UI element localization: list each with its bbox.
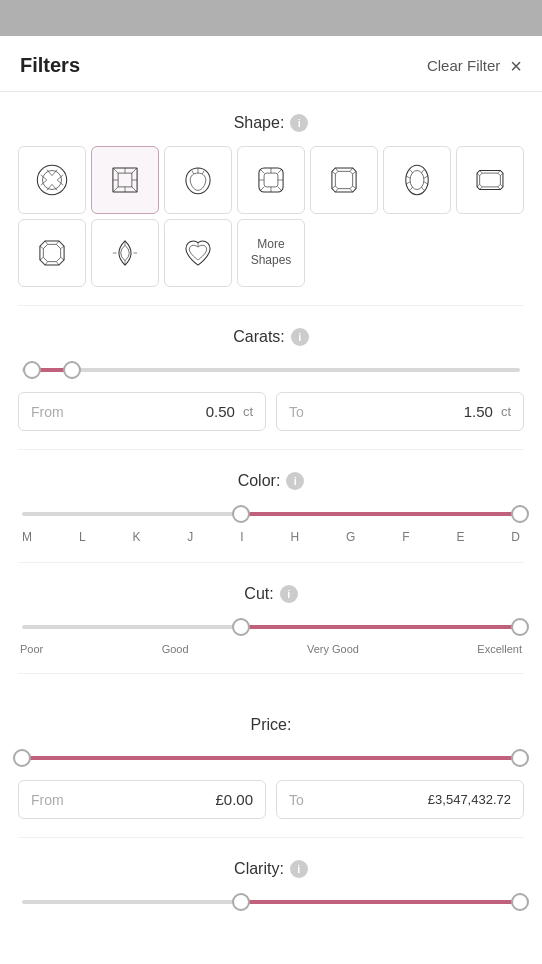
carats-track-bg xyxy=(22,368,520,372)
svg-point-44 xyxy=(410,171,424,190)
cut-thumb-right[interactable] xyxy=(511,618,529,636)
shape-emerald[interactable] xyxy=(456,146,524,214)
cut-label-verygood: Very Good xyxy=(307,643,359,655)
carats-to-label: To xyxy=(289,404,321,420)
carats-to-unit: ct xyxy=(501,404,511,419)
color-slider-track[interactable] xyxy=(22,504,520,524)
shape-empty-3 xyxy=(456,219,524,287)
modal-header: Filters Clear Filter × xyxy=(0,36,542,92)
color-label-k: K xyxy=(132,530,140,544)
svg-point-43 xyxy=(406,165,428,194)
price-to-input[interactable]: To £3,547,432.72 xyxy=(276,780,524,819)
color-label-text: Color: xyxy=(238,472,281,490)
svg-line-26 xyxy=(278,170,281,173)
price-input-row: From £0.00 To £3,547,432.72 xyxy=(18,780,524,819)
color-label-m: M xyxy=(22,530,32,544)
clarity-track-bg xyxy=(22,900,520,904)
svg-line-28 xyxy=(278,187,281,190)
divider-2 xyxy=(18,449,524,450)
clarity-section-label: Clarity: i xyxy=(18,860,524,878)
svg-line-49 xyxy=(410,170,413,173)
color-label-i: I xyxy=(240,530,243,544)
shape-pear[interactable] xyxy=(164,146,232,214)
more-shapes-button[interactable]: MoreShapes xyxy=(237,219,305,287)
svg-line-36 xyxy=(350,168,353,171)
svg-line-38 xyxy=(353,186,356,189)
clarity-thumb-right[interactable] xyxy=(511,893,529,911)
shape-princess[interactable] xyxy=(91,146,159,214)
price-from-label: From xyxy=(31,792,64,808)
color-info-icon[interactable]: i xyxy=(286,472,304,490)
svg-line-42 xyxy=(332,171,335,174)
clear-filter-button[interactable]: Clear Filter xyxy=(427,57,500,74)
close-button[interactable]: × xyxy=(510,56,522,76)
shape-asscher[interactable] xyxy=(310,146,378,214)
color-label-f: F xyxy=(402,530,409,544)
price-thumb-left[interactable] xyxy=(13,749,31,767)
carats-section-label: Carats: i xyxy=(18,328,524,346)
svg-rect-24 xyxy=(264,173,278,187)
cut-label-good: Good xyxy=(162,643,189,655)
price-from-input[interactable]: From £0.00 xyxy=(18,780,266,819)
svg-line-52 xyxy=(421,187,424,190)
divider-5 xyxy=(18,837,524,838)
color-label-h: H xyxy=(290,530,299,544)
carats-input-row: From 0.50 ct To 1.50 ct xyxy=(18,392,524,431)
top-bar xyxy=(0,0,542,36)
filter-modal: Filters Clear Filter × Shape: i xyxy=(0,36,542,964)
carats-from-input[interactable]: From 0.50 ct xyxy=(18,392,266,431)
clarity-slider-track[interactable] xyxy=(22,892,520,912)
svg-line-51 xyxy=(410,187,413,190)
cut-info-icon[interactable]: i xyxy=(280,585,298,603)
svg-line-70 xyxy=(45,262,48,265)
svg-point-1 xyxy=(43,171,62,190)
clarity-info-icon[interactable]: i xyxy=(290,860,308,878)
price-slider-section xyxy=(18,748,524,768)
cut-labels: Poor Good Very Good Excellent xyxy=(18,643,524,655)
color-thumb-right[interactable] xyxy=(511,505,529,523)
shape-empty-2 xyxy=(383,219,451,287)
color-label-j: J xyxy=(187,530,193,544)
carats-info-icon[interactable]: i xyxy=(291,328,309,346)
shape-info-icon[interactable]: i xyxy=(290,114,308,132)
price-thumb-right[interactable] xyxy=(511,749,529,767)
cut-label-poor: Poor xyxy=(20,643,43,655)
svg-line-69 xyxy=(56,262,59,265)
cut-label-excellent: Excellent xyxy=(477,643,522,655)
svg-marker-34 xyxy=(335,171,352,188)
svg-marker-64 xyxy=(43,244,60,261)
svg-rect-11 xyxy=(118,173,132,187)
svg-line-22 xyxy=(202,171,204,174)
cut-thumb-left[interactable] xyxy=(232,618,250,636)
shape-octagon[interactable] xyxy=(18,219,86,287)
svg-line-14 xyxy=(113,187,118,192)
svg-line-13 xyxy=(132,168,137,173)
carats-label-text: Carats: xyxy=(233,328,285,346)
clarity-thumb-left[interactable] xyxy=(232,893,250,911)
filter-content: Shape: i xyxy=(0,92,542,962)
color-label-e: E xyxy=(456,530,464,544)
carats-slider-track[interactable] xyxy=(22,360,520,380)
shape-heart[interactable] xyxy=(164,219,232,287)
shape-round[interactable] xyxy=(18,146,86,214)
carats-thumb-left[interactable] xyxy=(23,361,41,379)
color-thumb-left[interactable] xyxy=(232,505,250,523)
cut-track-bg xyxy=(22,625,520,629)
svg-line-37 xyxy=(353,171,356,174)
shape-marquise[interactable] xyxy=(91,219,159,287)
svg-line-39 xyxy=(350,189,353,192)
color-label-d: D xyxy=(511,530,520,544)
carats-slider-section xyxy=(18,360,524,380)
header-right: Clear Filter × xyxy=(427,56,522,76)
color-labels: M L K J I H G F E D xyxy=(18,530,524,544)
carats-to-input[interactable]: To 1.50 ct xyxy=(276,392,524,431)
modal-title: Filters xyxy=(20,54,80,77)
shape-oval[interactable] xyxy=(383,146,451,214)
price-slider-track[interactable] xyxy=(22,748,520,768)
shape-section-label: Shape: i xyxy=(18,114,524,132)
price-track-bg xyxy=(22,756,520,760)
shape-cushion[interactable] xyxy=(237,146,305,214)
carats-thumb-right[interactable] xyxy=(63,361,81,379)
price-from-value: £0.00 xyxy=(72,791,253,808)
cut-slider-track[interactable] xyxy=(22,617,520,637)
